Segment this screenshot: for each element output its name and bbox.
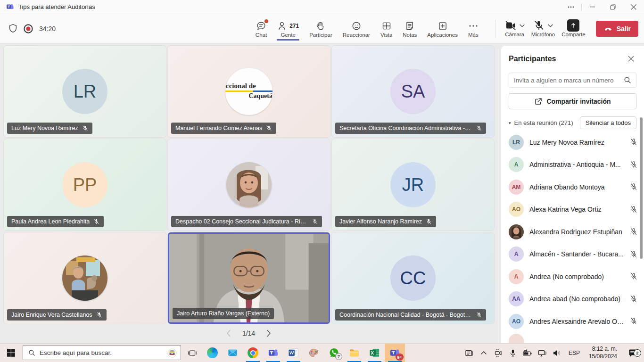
video-tile-luz-mery[interactable]: LR Luz Mery Novoa Ramírez	[4, 46, 166, 137]
system-tray: ESP 8:12 a. m. 15/08/2024 2	[463, 344, 644, 362]
chevron-down-icon[interactable]	[548, 24, 553, 27]
participant-row[interactable]: LR Luz Mery Novoa Ramírez	[501, 131, 644, 154]
participant-row[interactable]: A Administrativa - Antioquia - M...	[501, 154, 644, 176]
participant-row[interactable]: AA Andrea abad (No comprobado)	[501, 288, 644, 311]
taskbar-chrome[interactable]	[243, 344, 263, 362]
mic-off-icon	[533, 20, 545, 31]
tab-people[interactable]: 271 Gente	[273, 18, 303, 39]
video-tile-manuel[interactable]: Seccional de Caquetá Manuel Fernando Gom…	[168, 46, 330, 137]
show-hidden-icons-chevron[interactable]	[478, 346, 489, 360]
tab-react[interactable]: Reaccionar	[339, 18, 374, 39]
taskbar-search-input[interactable]	[40, 349, 163, 356]
network-icon[interactable]	[537, 346, 548, 360]
participant-name-label: Javier Alfonso Naranjo Ramirez	[335, 216, 436, 227]
video-tile-jairo-enrique[interactable]: Jairo Enrique Vera Castellanos	[4, 232, 166, 324]
mic-off-icon[interactable]	[630, 317, 637, 325]
task-view-icon	[188, 348, 197, 358]
invite-search-input[interactable]	[514, 77, 620, 84]
gallery-pagination: 1/14	[0, 325, 497, 342]
tab-view[interactable]: Vista	[376, 18, 396, 39]
mic-off-icon[interactable]	[630, 206, 637, 214]
minimize-button[interactable]	[582, 0, 603, 14]
tab-apps[interactable]: Aplicaciones	[423, 18, 462, 39]
taskbar-word[interactable]	[283, 344, 304, 362]
participant-row[interactable]: AM Adriana Obando Montoya	[501, 176, 644, 198]
taskbar-mail[interactable]	[223, 344, 243, 362]
camera-control[interactable]: Cámara	[504, 19, 526, 38]
start-button[interactable]	[0, 344, 22, 362]
whatsapp-badge: 7	[335, 353, 342, 360]
chevron-left-icon	[226, 329, 231, 337]
avatar-photo	[62, 255, 107, 301]
taskbar-file-explorer[interactable]	[344, 344, 364, 362]
share-control[interactable]: Comparte	[561, 19, 586, 38]
tab-notes[interactable]: Notas	[398, 18, 421, 39]
participant-row[interactable]: A Andrea (No comprobado)	[501, 265, 644, 288]
apps-plus-icon	[438, 21, 448, 31]
participant-avatar: A	[509, 157, 524, 172]
raise-hand-icon	[315, 21, 326, 31]
close-panel-button[interactable]	[626, 53, 636, 64]
video-tile-despacho[interactable]: Despacho 02 Consejo Seccional Judicatura…	[168, 139, 330, 230]
participant-avatar: AM	[509, 180, 524, 195]
notes-icon	[405, 21, 415, 31]
teams-notification-badge: 9+	[396, 354, 404, 361]
mic-off-icon[interactable]	[630, 295, 637, 303]
chevron-down-icon[interactable]	[520, 24, 525, 27]
mic-off-icon[interactable]	[630, 138, 637, 146]
titlebar-more-button[interactable]	[561, 0, 581, 14]
close-button[interactable]	[623, 0, 644, 14]
camera-tray-icon[interactable]	[493, 346, 504, 360]
participant-avatar: AO	[509, 314, 524, 329]
share-invitation-button[interactable]: Compartir invitación	[509, 93, 636, 109]
taskbar-excel[interactable]	[364, 344, 385, 362]
taskbar-teams-active[interactable]: 9+	[385, 344, 405, 362]
speaker-icon[interactable]	[551, 346, 562, 360]
windows-taskbar: 7 9+ ESP 8:12 a. m.	[0, 343, 644, 362]
language-indicator[interactable]: ESP	[566, 350, 583, 356]
tab-raise-hand[interactable]: Participar	[305, 18, 337, 39]
video-tile-jairo-arturo-active-speaker[interactable]: Jairo Arturo Riaño Vargas (Externo)	[168, 232, 330, 324]
participant-row[interactable]: Alexandra Rodriguez Estupiñan	[501, 221, 644, 243]
microphone-control[interactable]: Micrófono	[530, 19, 556, 38]
close-icon	[627, 55, 635, 62]
panel-scrollbar[interactable]	[640, 117, 643, 259]
mic-off-icon[interactable]	[630, 183, 637, 191]
tab-more[interactable]: Más	[464, 18, 483, 39]
microphone-tray-icon[interactable]	[507, 346, 519, 360]
notification-center-button[interactable]: 2	[623, 348, 642, 358]
chrome-icon	[248, 347, 258, 358]
previous-page-button[interactable]	[223, 328, 234, 338]
taskbar-teams[interactable]	[263, 344, 283, 362]
edge-icon	[207, 347, 218, 358]
clock[interactable]: 8:12 a. m. 15/08/2024	[586, 346, 620, 360]
participant-name-label: Despacho 02 Consejo Seccional Judicatura…	[171, 216, 322, 227]
chevron-right-icon	[266, 329, 271, 337]
next-page-button[interactable]	[264, 328, 274, 338]
participant-row[interactable]: AO Andres Alexsaindre Arevalo Os...	[501, 310, 644, 333]
mic-off-icon[interactable]	[630, 250, 637, 258]
participant-avatar: A	[509, 247, 524, 262]
video-tile-paula[interactable]: PP Paula Andrea Leon Piedrahita	[4, 139, 166, 230]
taskbar-edge[interactable]	[202, 344, 223, 362]
mic-off-icon[interactable]	[630, 228, 637, 236]
video-tile-javier[interactable]: JR Javier Alfonso Naranjo Ramirez	[332, 139, 494, 230]
task-view-button[interactable]	[182, 344, 202, 362]
leave-button[interactable]: Salir	[596, 21, 638, 37]
mute-all-button[interactable]: Silenciar a todos	[580, 116, 636, 129]
in-meeting-section-header[interactable]: ▾ En esta reunión (271) Silenciar a todo…	[509, 116, 636, 129]
participant-row[interactable]: A Almacén - Santander - Bucara...	[501, 243, 644, 266]
participant-row[interactable]: AO Alexa Katrina Vega Ortiz	[501, 198, 644, 221]
mic-off-icon[interactable]	[630, 272, 637, 280]
taskbar-whatsapp[interactable]: 7	[324, 344, 344, 362]
news-widget-icon[interactable]	[463, 346, 475, 360]
taskbar-paint[interactable]	[304, 344, 324, 362]
restore-button[interactable]	[603, 0, 623, 14]
battery-icon[interactable]	[522, 346, 533, 360]
video-tile-coordinacion[interactable]: CC Coordinación Nacional Calidad - Bogot…	[332, 232, 494, 324]
video-tile-secretaria[interactable]: SA Secretaría Oficina Coordinación Admin…	[332, 46, 494, 137]
mic-off-icon[interactable]	[630, 161, 637, 169]
invite-search-box[interactable]	[509, 73, 636, 88]
tab-chat[interactable]: Chat	[251, 18, 271, 39]
taskbar-search-box[interactable]	[23, 346, 181, 360]
